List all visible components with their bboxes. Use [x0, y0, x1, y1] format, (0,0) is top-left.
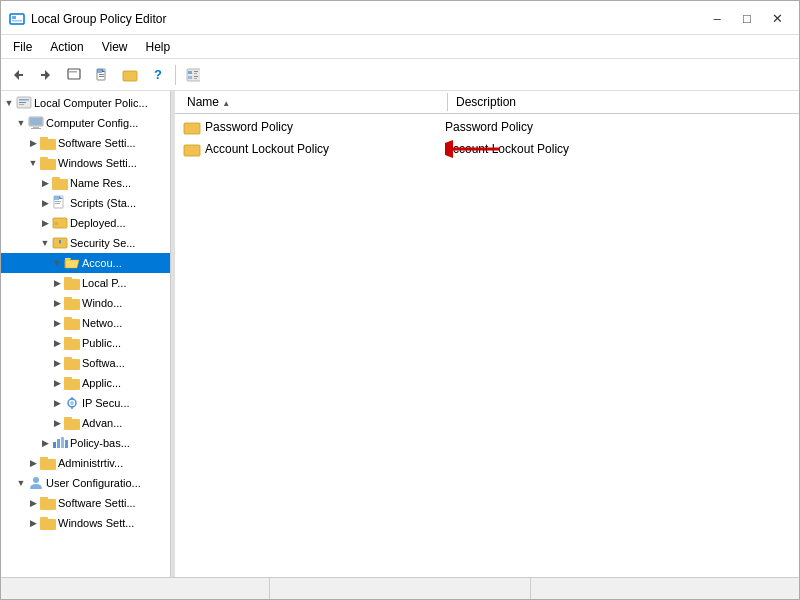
- expand-icon[interactable]: ▶: [39, 197, 51, 209]
- tree-item-user-software[interactable]: ▶ Software Setti...: [1, 493, 170, 513]
- column-headers: Name ▲ Description: [175, 91, 799, 114]
- expand-icon[interactable]: ▼: [3, 97, 15, 109]
- svg-rect-12: [99, 74, 104, 75]
- expand-icon[interactable]: ▶: [27, 497, 39, 509]
- title-bar-controls: – □ ✕: [703, 8, 791, 30]
- tree-item-windows-settings[interactable]: ▼ Windows Setti...: [1, 153, 170, 173]
- expand-icon[interactable]: ▼: [51, 257, 63, 269]
- tree-item-software-restriction[interactable]: ▶ Softwa...: [1, 353, 170, 373]
- expand-icon[interactable]: ▶: [27, 137, 39, 149]
- status-segment-2: [270, 578, 531, 599]
- tree-item-name-resolution[interactable]: ▶ Name Res...: [1, 173, 170, 193]
- svg-rect-29: [30, 118, 42, 125]
- expand-icon[interactable]: ▶: [51, 277, 63, 289]
- tree-item-software-settings[interactable]: ▶ Software Setti...: [1, 133, 170, 153]
- folder-icon: [40, 515, 56, 531]
- tree-label-advanced-audit: Advan...: [82, 417, 122, 429]
- list-item-password-policy[interactable]: Password Policy Password Policy: [175, 116, 799, 138]
- expand-icon[interactable]: ▶: [39, 437, 51, 449]
- svg-rect-25: [19, 99, 29, 101]
- tree-label-user-software: Software Setti...: [58, 497, 136, 509]
- tree-item-windows-firewall[interactable]: ▶ Windo...: [1, 293, 170, 313]
- svg-rect-7: [68, 69, 80, 79]
- column-header-description[interactable]: Description: [452, 93, 791, 111]
- security-icon: [52, 235, 68, 251]
- tree-item-security-settings[interactable]: ▼ Security Se...: [1, 233, 170, 253]
- red-arrow-annotation: [445, 137, 505, 161]
- svg-rect-1: [12, 16, 16, 19]
- tree-item-public-key[interactable]: ▶ Public...: [1, 333, 170, 353]
- up-button[interactable]: [61, 63, 87, 87]
- tree-item-policy-based[interactable]: ▶ Policy-bas...: [1, 433, 170, 453]
- folder-icon: [64, 315, 80, 331]
- folder-icon: [40, 455, 56, 471]
- folder-icon: [40, 155, 56, 171]
- expand-icon[interactable]: ▶: [27, 457, 39, 469]
- back-button[interactable]: [5, 63, 31, 87]
- tree-item-advanced-audit[interactable]: ▶ Advan...: [1, 413, 170, 433]
- menu-action[interactable]: Action: [42, 38, 91, 56]
- view-mode-button[interactable]: [180, 63, 206, 87]
- tree-item-ip-security[interactable]: ▶ IP Secu...: [1, 393, 170, 413]
- tree-item-application-control[interactable]: ▶ Applic...: [1, 373, 170, 393]
- expand-icon[interactable]: ▼: [15, 477, 27, 489]
- tree-item-network-list[interactable]: ▶ Netwo...: [1, 313, 170, 333]
- status-segment-1: [9, 578, 270, 599]
- tree-item-deployed[interactable]: ▶ ≡ Deployed...: [1, 213, 170, 233]
- tree-label-software-settings: Software Setti...: [58, 137, 136, 149]
- expand-icon[interactable]: ▶: [39, 177, 51, 189]
- folder-icon: [40, 135, 56, 151]
- expand-icon[interactable]: ▼: [15, 117, 27, 129]
- tree-pane[interactable]: ▼ Local Computer Polic... ▼: [1, 91, 171, 577]
- menu-file[interactable]: File: [5, 38, 40, 56]
- expand-icon[interactable]: ▶: [51, 337, 63, 349]
- menu-help[interactable]: Help: [138, 38, 179, 56]
- svg-rect-13: [99, 76, 104, 77]
- list-item-name-password: Password Policy: [205, 120, 445, 134]
- tree-item-administrative[interactable]: ▶ Administrtiv...: [1, 453, 170, 473]
- maximize-button[interactable]: □: [733, 8, 761, 30]
- tree-label-public-key: Public...: [82, 337, 121, 349]
- list-item-name-lockout: Account Lockout Policy: [205, 142, 445, 156]
- folder-icon: [64, 355, 80, 371]
- title-bar: Local Group Policy Editor – □ ✕: [1, 1, 799, 35]
- forward-button[interactable]: [33, 63, 59, 87]
- expand-icon[interactable]: ▶: [51, 297, 63, 309]
- column-header-name[interactable]: Name ▲: [183, 93, 443, 111]
- expand-icon[interactable]: ▶: [51, 317, 63, 329]
- gear-icon: [64, 395, 80, 411]
- svg-rect-33: [54, 196, 59, 200]
- expand-icon[interactable]: ▶: [51, 377, 63, 389]
- tree-item-computer-config[interactable]: ▼ Computer Config...: [1, 113, 170, 133]
- title-bar-left: Local Group Policy Editor: [9, 11, 166, 27]
- expand-icon[interactable]: ▼: [39, 237, 51, 249]
- expand-icon[interactable]: ▼: [27, 157, 39, 169]
- help-button[interactable]: ?: [145, 63, 171, 87]
- minimize-button[interactable]: –: [703, 8, 731, 30]
- content-pane: Name ▲ Description: [175, 91, 799, 577]
- menu-view[interactable]: View: [94, 38, 136, 56]
- close-button[interactable]: ✕: [763, 8, 791, 30]
- list-item-account-lockout[interactable]: Account Lockout Policy Account Lockout P…: [175, 138, 799, 160]
- computer-icon: [28, 115, 44, 131]
- expand-icon[interactable]: ▶: [39, 217, 51, 229]
- tree-item-account-policies[interactable]: ▼ Accou...: [1, 253, 170, 273]
- tree-label-policy-based: Policy-bas...: [70, 437, 130, 449]
- svg-rect-19: [194, 71, 198, 72]
- new-button[interactable]: [89, 63, 115, 87]
- expand-icon[interactable]: ▶: [27, 517, 39, 529]
- svg-rect-8: [69, 71, 77, 73]
- expand-icon[interactable]: ▶: [51, 397, 63, 409]
- svg-rect-54: [184, 123, 191, 127]
- expand-icon[interactable]: ▶: [51, 417, 63, 429]
- expand-icon[interactable]: ▶: [51, 357, 63, 369]
- tree-item-scripts[interactable]: ▶ Scripts (Sta...: [1, 193, 170, 213]
- status-segment-3: [531, 578, 791, 599]
- tree-label-windows-firewall: Windo...: [82, 297, 122, 309]
- tree-item-local-policies[interactable]: ▶ Local P...: [1, 273, 170, 293]
- tree-item-user-configuration[interactable]: ▼ User Configuratio...: [1, 473, 170, 493]
- tree-item-local-computer-policy[interactable]: ▼ Local Computer Polic...: [1, 93, 170, 113]
- tree-item-user-windows[interactable]: ▶ Windows Sett...: [1, 513, 170, 533]
- tree-label-user-configuration: User Configuratio...: [46, 477, 141, 489]
- folder-view-button[interactable]: [117, 63, 143, 87]
